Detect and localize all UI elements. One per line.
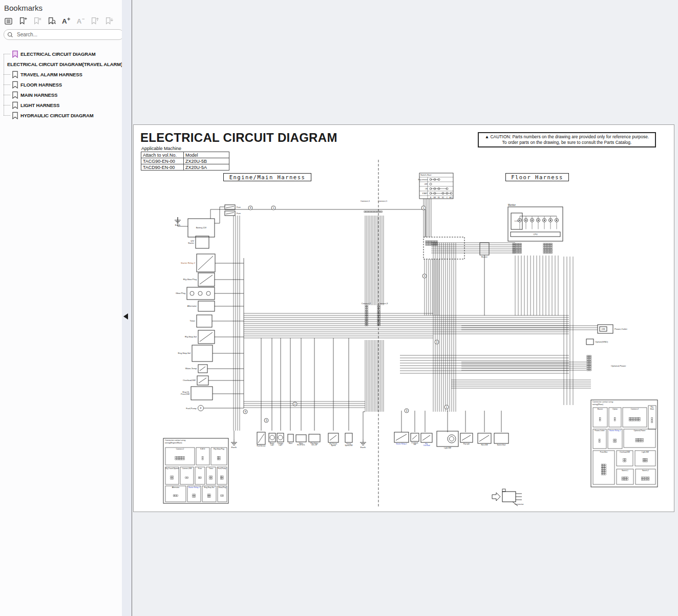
key-switch-row: Key-removal <box>418 179 428 181</box>
search-input[interactable] <box>16 31 120 38</box>
array-pin <box>217 458 219 460</box>
array-pin <box>615 441 617 442</box>
array-pin <box>642 477 643 478</box>
array-cell-label: Starter Relay 1 <box>609 430 621 432</box>
array-pin <box>642 438 644 440</box>
array-pin <box>209 478 211 479</box>
bookmark-item-electrical-circuit-diagram[interactable]: ELECTRICAL CIRCUIT DIAGRAM <box>0 49 122 59</box>
array-pin <box>175 458 177 460</box>
battery-label: Battery,12V <box>196 226 207 229</box>
array-pin <box>637 438 639 440</box>
key-switch-col: R2 <box>442 197 444 199</box>
pin-grid <box>587 364 588 366</box>
bookmark-item-travel-alarm-harness[interactable]: TRAVEL ALARM HARNESS <box>0 69 122 79</box>
search-bookmark-button[interactable] <box>45 15 58 27</box>
switch-glyph <box>479 435 489 441</box>
array-pin <box>625 479 627 480</box>
pin-grid <box>545 248 546 250</box>
switch-glyph <box>396 434 407 440</box>
caution-icon: ▲ <box>485 134 491 139</box>
tree-leader <box>4 54 10 54</box>
pin-grid <box>429 242 430 244</box>
panel-splitter[interactable] <box>122 0 132 616</box>
pin-grid <box>367 319 368 321</box>
relay-travel-speed-label: R/y,Travel,Speed <box>329 443 337 447</box>
add-bookmark-button[interactable] <box>16 15 29 27</box>
array-pin <box>605 468 606 469</box>
delete-bookmark-button[interactable] <box>31 15 44 27</box>
bookmark-icon <box>12 112 18 119</box>
array-pin <box>198 477 200 478</box>
lamp-glyph <box>278 435 283 440</box>
pin-grid <box>520 243 521 245</box>
array-pin <box>644 460 646 462</box>
array-pin <box>646 477 648 478</box>
pin-grid <box>514 252 515 253</box>
tree-leader <box>4 84 10 85</box>
valve-hisp-box <box>296 435 306 442</box>
increase-text-button[interactable]: A <box>59 15 72 27</box>
pin-grid <box>590 368 591 369</box>
bookmark-item-electrical-circuit-diagram-travel-alarm[interactable]: ELECTRICAL CIRCUIT DIAGRAM(TRAVEL ALARM) <box>0 59 122 69</box>
horn-box <box>288 434 293 442</box>
alternator-label: Alternator <box>187 305 197 307</box>
connector-symbol <box>502 489 505 492</box>
bookmark-item-light-harness[interactable]: LIGHT HARNESS <box>0 100 122 110</box>
array-cell <box>217 467 227 484</box>
array-cell <box>624 429 655 448</box>
array-pin <box>627 477 628 478</box>
bookmark-item-hydraulic-circuit-diagram[interactable]: HYDRAULIC CIRCUIT DIAGRAM <box>0 110 122 120</box>
bookmark-item-main-harness[interactable]: MAIN HARNESS <box>0 90 122 100</box>
array-pin <box>603 468 604 469</box>
document-canvas[interactable]: Battery,12V12VStarterStarter Relay 2R/y,… <box>132 0 678 616</box>
switch-glyph <box>422 435 430 440</box>
pin-grid <box>551 243 552 245</box>
move-bookmark-up-button[interactable] <box>88 15 101 27</box>
dial-glyph <box>448 435 456 443</box>
pin-grid <box>520 247 521 248</box>
switch-glyph <box>412 435 417 439</box>
array-pin <box>632 417 634 419</box>
bookmarks-list-icon[interactable] <box>2 15 15 27</box>
valve-pilot-box <box>309 434 320 442</box>
pin-grid <box>588 364 589 366</box>
buzzer-label: Buzzer <box>481 256 488 258</box>
pin-grid <box>514 245 515 246</box>
pin-grid <box>548 252 549 253</box>
array-pin <box>194 496 196 498</box>
oil-press-sw-box <box>191 387 213 400</box>
power-outlet-box <box>598 325 613 333</box>
pin-grid <box>551 252 552 253</box>
bookmarks-toolbar: A A <box>2 15 115 27</box>
pointer-arrow-icon <box>492 493 500 501</box>
switch-glyph <box>199 378 206 383</box>
pin-grid <box>545 247 546 248</box>
pin-grid <box>366 211 367 213</box>
pin-grid <box>519 245 520 246</box>
bookmark-item-label: LIGHT HARNESS <box>20 102 59 108</box>
pdf-page: Battery,12V12VStarterStarter Relay 2R/y,… <box>133 124 674 512</box>
array-cell-label: Fuel,Pump <box>218 468 226 470</box>
pin-grid <box>588 369 589 371</box>
array-pin <box>605 464 606 465</box>
collapse-panel-icon[interactable] <box>123 313 128 320</box>
array-pin <box>175 456 177 458</box>
pin-grid <box>546 247 547 248</box>
starter-relay-2-label: Starter Relay 2 <box>181 262 196 264</box>
move-bookmark-down-button[interactable] <box>102 15 115 27</box>
pdf-viewer-window: Bookmarks A A <box>0 0 678 616</box>
pin-grid <box>365 310 366 312</box>
array-pin <box>644 458 646 460</box>
array-pin <box>175 495 176 497</box>
array-pin <box>643 479 645 480</box>
optional-power-label: Optional,Power <box>611 365 626 367</box>
connector-array-title: wiring(Floor) <box>592 403 604 406</box>
array-cell-label: Timer <box>209 468 214 470</box>
array-pin <box>599 417 601 419</box>
pin-grid <box>365 314 366 315</box>
bookmark-item-floor-harness[interactable]: FLOOR HARNESS <box>0 79 122 90</box>
decrease-text-button[interactable]: A <box>74 15 87 27</box>
array-pin <box>625 477 627 478</box>
pin-grid <box>590 359 591 360</box>
array-pin <box>177 458 178 460</box>
